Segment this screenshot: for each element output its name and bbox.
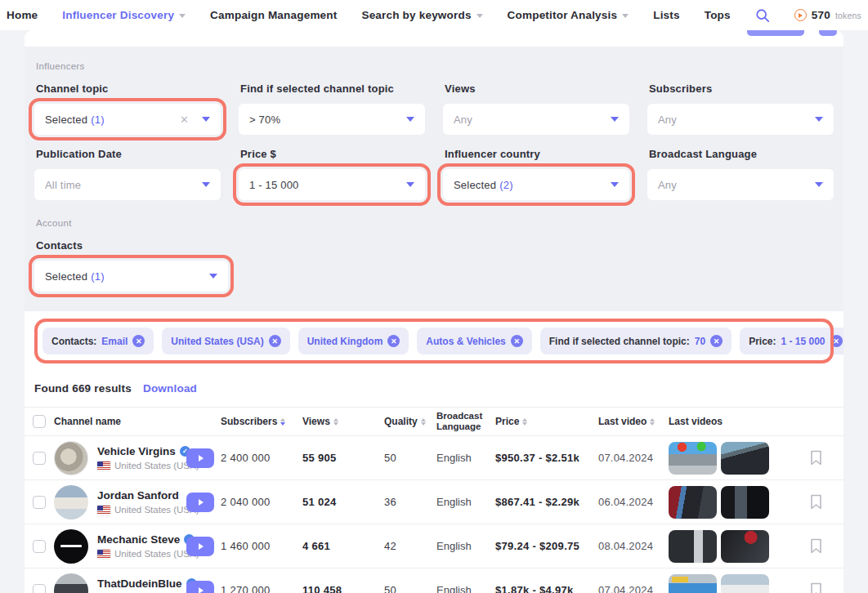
channel-cell[interactable]: Vehicle Virgins✓ United States (USA) — [54, 441, 186, 475]
language-value: English — [436, 584, 495, 593]
contacts-dropdown[interactable]: Selected (1) — [34, 261, 228, 292]
video-thumbnail[interactable] — [669, 486, 717, 519]
video-thumbnail[interactable] — [721, 486, 769, 519]
header-views[interactable]: Views — [302, 416, 384, 427]
chevron-down-icon — [209, 274, 217, 279]
remove-chip-icon[interactable]: ✕ — [511, 335, 523, 347]
bookmark-icon[interactable] — [801, 450, 831, 466]
cutoff-icon-button[interactable] — [819, 30, 837, 36]
views-value: 51 024 — [302, 496, 384, 508]
header-price[interactable]: Price — [495, 416, 598, 427]
channel-cell[interactable]: Mechanic Steve✓ United States (USA) — [54, 529, 186, 564]
tokens-balance[interactable]: 570 tokens — [794, 9, 861, 21]
bookmark-icon[interactable] — [801, 494, 831, 510]
row-checkbox[interactable] — [33, 452, 46, 465]
filter-publication-date: Publication Date All time — [34, 148, 221, 200]
channel-topic-dropdown[interactable]: Selected (1) ✕ — [34, 104, 221, 135]
filter-label: Publication Date — [36, 148, 221, 160]
sort-icon — [280, 418, 285, 426]
remove-chip-icon[interactable]: ✕ — [269, 335, 281, 347]
search-icon[interactable] — [755, 8, 770, 23]
channel-cell[interactable]: ThatDudeinBlue✓ United States (USA) — [54, 573, 186, 593]
find-if-selected-dropdown[interactable]: > 70% — [239, 104, 425, 135]
chip-price[interactable]: Price: 1 - 15 000 ✕ — [740, 328, 843, 354]
last-video-date: 08.04.2024 — [598, 540, 669, 552]
bookmark-icon[interactable] — [801, 582, 831, 593]
remove-chip-icon[interactable]: ✕ — [132, 335, 145, 347]
price-dropdown[interactable]: 1 - 15 000 — [239, 169, 425, 200]
channel-avatar — [54, 529, 88, 564]
nav-item-search-by-keywords[interactable]: Search by keywords — [361, 9, 482, 21]
row-checkbox[interactable] — [33, 540, 46, 553]
chevron-down-icon — [202, 117, 210, 122]
video-thumbnail[interactable] — [721, 574, 769, 593]
section-label-influencers: Influencers — [36, 61, 834, 71]
bookmark-icon[interactable] — [801, 538, 831, 554]
nav-item-influencer-discovery[interactable]: Influencer Discovery — [62, 9, 186, 21]
chip-autos-vehicles[interactable]: Autos & Vehicles ✕ — [417, 328, 531, 354]
video-thumbnail[interactable] — [669, 530, 717, 563]
token-play-icon — [794, 9, 807, 21]
selected-count: (1) — [91, 114, 105, 126]
header-last-video[interactable]: Last video — [598, 416, 669, 427]
channel-avatar — [54, 441, 88, 475]
youtube-play-button[interactable] — [186, 581, 214, 593]
channel-cell[interactable]: Jordan Sanford United States (USA) — [54, 485, 186, 519]
chip-united-kingdom[interactable]: United Kingdom ✕ — [298, 328, 409, 354]
views-value: 110 458 — [302, 584, 384, 593]
select-all-checkbox[interactable] — [33, 415, 46, 428]
video-thumbnail[interactable] — [721, 530, 769, 563]
clear-x-icon[interactable]: ✕ — [180, 114, 189, 126]
chip-find-if-selected[interactable]: Find if selected channel topic: 70 ✕ — [540, 328, 732, 354]
youtube-play-button[interactable] — [186, 448, 214, 468]
remove-chip-icon[interactable]: ✕ — [387, 335, 400, 347]
sort-icon — [333, 418, 338, 426]
subscribers-value: 1 270 000 — [221, 584, 302, 593]
filter-channel-topic: Channel topic Selected (1) ✕ — [34, 82, 221, 135]
broadcast-language-dropdown[interactable]: Any — [647, 169, 834, 200]
publication-date-dropdown[interactable]: All time — [34, 169, 221, 200]
main-panel: Influencers Channel topic Selected (1) ✕… — [25, 30, 843, 593]
nav-item-lists[interactable]: Lists — [653, 9, 680, 21]
language-value: English — [436, 452, 495, 464]
subscribers-dropdown[interactable]: Any — [647, 104, 834, 135]
filter-label: Channel topic — [36, 82, 221, 95]
filter-label: Views — [445, 82, 629, 95]
filter-label: Price $ — [240, 148, 425, 160]
views-dropdown[interactable]: Any — [443, 104, 629, 135]
us-flag-icon — [97, 550, 110, 559]
youtube-play-button[interactable] — [186, 493, 214, 512]
header-quality[interactable]: Quality — [384, 416, 436, 427]
chip-united-states[interactable]: United States (USA) ✕ — [162, 328, 289, 354]
views-value: 55 905 — [302, 452, 384, 464]
chip-contacts-email[interactable]: Contacts: Email ✕ — [43, 328, 154, 354]
nav-item-campaign-management[interactable]: Campaign Management — [210, 9, 337, 21]
nav-item-competitor-analysis[interactable]: Competitor Analysis — [508, 9, 629, 21]
download-link[interactable]: Download — [143, 382, 197, 395]
cutoff-search-button[interactable] — [747, 30, 804, 36]
video-thumbnail[interactable] — [669, 442, 717, 475]
token-count: 570 — [812, 9, 830, 21]
remove-chip-icon[interactable]: ✕ — [830, 335, 843, 347]
sort-icon — [522, 418, 527, 426]
row-checkbox[interactable] — [33, 496, 46, 509]
nav-item-home[interactable]: Home — [7, 9, 38, 21]
channel-name: ThatDudeinBlue — [97, 577, 182, 590]
influencer-country-dropdown[interactable]: Selected (2) — [443, 169, 629, 200]
nav-item-tops[interactable]: Tops — [705, 9, 731, 21]
youtube-play-button[interactable] — [186, 537, 214, 556]
price-value: $1.87k - $4.97k — [495, 584, 598, 593]
section-label-account: Account — [36, 218, 834, 228]
remove-chip-icon[interactable]: ✕ — [710, 335, 723, 347]
header-last-videos: Last videos — [669, 416, 801, 427]
us-flag-icon — [97, 506, 110, 515]
chevron-down-icon — [611, 117, 619, 122]
header-subscribers[interactable]: Subscribers — [221, 416, 302, 427]
quality-value: 50 — [384, 452, 436, 464]
row-checkbox[interactable] — [33, 584, 46, 593]
video-thumbnail[interactable] — [669, 574, 717, 593]
subscribers-value: 2 040 000 — [221, 496, 302, 508]
last-video-date: 07.04.2024 — [598, 452, 669, 464]
quality-value: 42 — [384, 540, 436, 552]
video-thumbnail[interactable] — [721, 442, 769, 475]
